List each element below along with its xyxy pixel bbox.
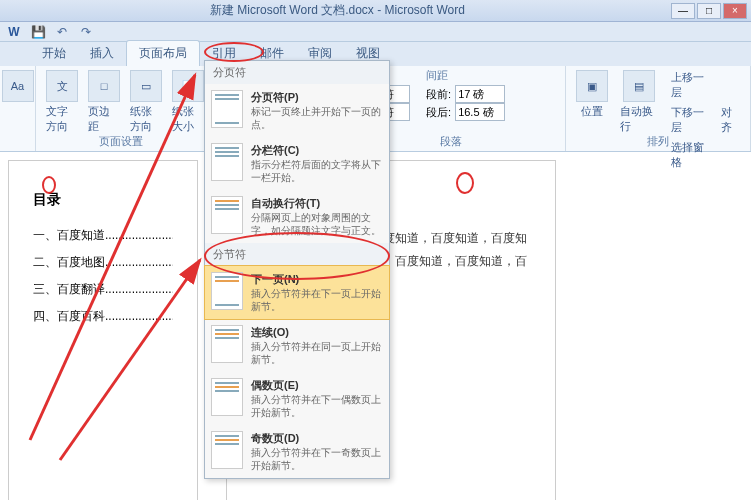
toc-item: 三、百度翻译......................... <box>33 281 173 298</box>
column-break-item[interactable]: 分栏符(C)指示分栏符后面的文字将从下一栏开始。 <box>205 137 389 190</box>
save-icon[interactable]: 💾 <box>30 24 46 40</box>
continuous-icon <box>211 325 243 363</box>
section-breaks-header: 分节符 <box>205 243 389 266</box>
tab-home[interactable]: 开始 <box>30 41 78 66</box>
word-icon: W <box>6 24 22 40</box>
even-page-item[interactable]: 偶数页(E)插入分节符并在下一偶数页上开始新节。 <box>205 372 389 425</box>
redo-icon[interactable]: ↷ <box>78 24 94 40</box>
tab-page-layout[interactable]: 页面布局 <box>126 40 200 66</box>
themes-group: Aa <box>0 66 36 151</box>
window-controls: — □ × <box>671 3 747 19</box>
text-wrap-break-item[interactable]: 自动换行符(T)分隔网页上的对象周围的文字，如分隔题注文字与正文。 <box>205 190 389 243</box>
minimize-button[interactable]: — <box>671 3 695 19</box>
spacing-before[interactable]: 段前: <box>426 85 505 103</box>
maximize-button[interactable]: □ <box>697 3 721 19</box>
page-setup-group: 文文字方向 □页边距 ▭纸张方向 📄纸张大小 ▥分栏 页面设置 <box>36 66 206 151</box>
page-breaks-header: 分页符 <box>205 61 389 84</box>
arrange-group: ▣位置 ▤自动换行 上移一层 下移一层 选择窗格 对齐 排列 <box>566 66 751 151</box>
odd-page-item[interactable]: 奇数页(D)插入分节符并在下一奇数页上开始新节。 <box>205 425 389 478</box>
next-page-icon <box>211 272 243 310</box>
next-page-item[interactable]: 下一页(N)插入分节符并在下一页上开始新节。 <box>204 265 390 320</box>
margins-button[interactable]: □页边距 <box>84 68 124 136</box>
wrap-icon: ▤ <box>623 70 655 102</box>
breaks-dropdown: 分页符 分页符(P)标记一页终止并开始下一页的点。 分栏符(C)指示分栏符后面的… <box>204 60 390 479</box>
page-break-item[interactable]: 分页符(P)标记一页终止并开始下一页的点。 <box>205 84 389 137</box>
size-button[interactable]: 📄纸张大小 <box>168 68 208 136</box>
send-backward-button[interactable]: 下移一层 <box>667 103 713 137</box>
toc-title: 目录 <box>33 191 173 209</box>
size-icon: 📄 <box>172 70 204 102</box>
page-break-icon <box>211 90 243 128</box>
text-direction-icon: 文 <box>46 70 78 102</box>
position-icon: ▣ <box>576 70 608 102</box>
wrap-button[interactable]: ▤自动换行 <box>616 68 663 172</box>
spacing-after-input[interactable] <box>455 103 505 121</box>
page-left[interactable]: 目录 一、百度知道......................... 二、百度地… <box>8 160 198 500</box>
toc-item: 一、百度知道......................... <box>33 227 173 244</box>
margins-icon: □ <box>88 70 120 102</box>
orientation-icon: ▭ <box>130 70 162 102</box>
undo-icon[interactable]: ↶ <box>54 24 70 40</box>
text-direction-button[interactable]: 文文字方向 <box>42 68 82 136</box>
odd-page-icon <box>211 431 243 469</box>
toc-item: 四、百度百科......................... <box>33 308 173 325</box>
column-break-icon <box>211 143 243 181</box>
bring-forward-button[interactable]: 上移一层 <box>667 68 713 102</box>
toc-item: 二、百度地图......................... <box>33 254 173 271</box>
page-setup-label: 页面设置 <box>36 134 205 149</box>
spacing-label: 间距 <box>426 68 505 83</box>
title-bar: 新建 Microsoft Word 文档.docx - Microsoft Wo… <box>0 0 751 22</box>
text-wrap-icon <box>211 196 243 234</box>
quick-access-toolbar: W 💾 ↶ ↷ <box>0 22 751 42</box>
continuous-item[interactable]: 连续(O)插入分节符并在同一页上开始新节。 <box>205 319 389 372</box>
position-button[interactable]: ▣位置 <box>572 68 612 172</box>
themes-button[interactable]: Aa <box>6 68 29 106</box>
tab-insert[interactable]: 插入 <box>78 41 126 66</box>
close-button[interactable]: × <box>723 3 747 19</box>
spacing-after[interactable]: 段后: <box>426 103 505 121</box>
arrange-label: 排列 <box>566 134 750 149</box>
align-button[interactable]: 对齐 <box>717 68 744 172</box>
spacing-before-input[interactable] <box>455 85 505 103</box>
themes-icon: Aa <box>2 70 34 102</box>
orientation-button[interactable]: ▭纸张方向 <box>126 68 166 136</box>
even-page-icon <box>211 378 243 416</box>
window-title: 新建 Microsoft Word 文档.docx - Microsoft Wo… <box>4 2 671 19</box>
